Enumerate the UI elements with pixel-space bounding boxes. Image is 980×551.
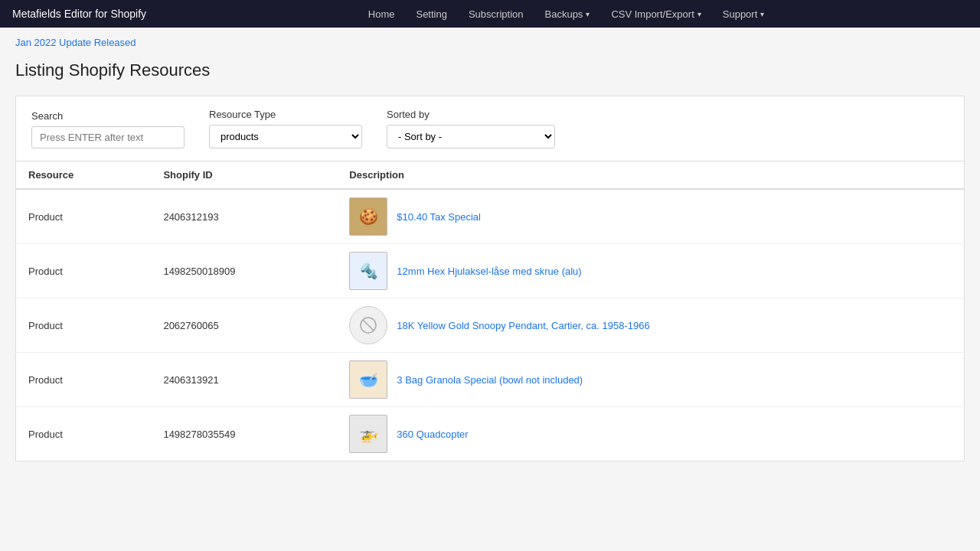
table-header-row: Resource Shopify ID Description bbox=[16, 161, 965, 190]
product-thumbnail: 🍪 bbox=[349, 197, 387, 236]
sorted-by-label: Sorted by bbox=[387, 109, 555, 120]
nav-support[interactable]: Support ▾ bbox=[714, 4, 774, 24]
cell-resource: Product bbox=[16, 244, 152, 298]
col-description: Description bbox=[337, 161, 964, 190]
navbar: Metafields Editor for Shopify Home Setti… bbox=[0, 0, 980, 28]
app-brand: Metafields Editor for Shopify bbox=[12, 8, 146, 20]
cell-description: 🔩12mm Hex Hjulaksel-låse med skrue (alu) bbox=[337, 244, 964, 298]
product-thumbnail: 🔩 bbox=[349, 252, 387, 290]
filter-row: Search Resource Type products collection… bbox=[15, 96, 965, 161]
product-name-link[interactable]: 360 Quadcopter bbox=[397, 429, 468, 440]
search-label: Search bbox=[31, 110, 185, 122]
cell-resource: Product bbox=[16, 298, 152, 353]
cell-description: 🚁360 Quadcopter bbox=[337, 407, 964, 461]
sorted-by-group: Sorted by - Sort by - Title A-Z Title Z-… bbox=[387, 109, 555, 148]
search-group: Search bbox=[31, 110, 185, 148]
cell-resource: Product bbox=[16, 189, 152, 244]
cell-description: 🥣3 Bag Granola Special (bowl not include… bbox=[337, 353, 964, 407]
resource-type-label: Resource Type bbox=[209, 109, 362, 120]
product-name-link[interactable]: 12mm Hex Hjulaksel-låse med skrue (alu) bbox=[397, 266, 581, 277]
table-row: Product206276006518K Yellow Gold Snoopy … bbox=[16, 298, 965, 353]
nav-home[interactable]: Home bbox=[359, 4, 404, 24]
product-name-link[interactable]: $10.40 Tax Special bbox=[397, 211, 481, 223]
product-thumbnail: 🥣 bbox=[349, 360, 387, 399]
update-banner-link[interactable]: Jan 2022 Update Released bbox=[15, 37, 965, 48]
support-chevron-icon: ▾ bbox=[760, 10, 764, 18]
table-row: Product2406313921🥣3 Bag Granola Special … bbox=[16, 353, 965, 407]
table-row: Product1498250018909🔩12mm Hex Hjulaksel-… bbox=[16, 244, 965, 298]
resource-type-group: Resource Type products collections custo… bbox=[209, 109, 362, 148]
cell-shopify-id: 1498278035549 bbox=[151, 407, 337, 461]
table-row: Product1498278035549🚁360 Quadcopter bbox=[16, 407, 965, 461]
nav-csv[interactable]: CSV Import/Export ▾ bbox=[602, 4, 710, 24]
nav-links: Home Setting Subscription Backups ▾ CSV … bbox=[165, 4, 968, 24]
nav-subscription[interactable]: Subscription bbox=[459, 4, 533, 24]
cell-shopify-id: 1498250018909 bbox=[151, 244, 337, 298]
product-thumbnail: 🚁 bbox=[349, 415, 387, 453]
csv-chevron-icon: ▾ bbox=[697, 10, 701, 18]
cell-shopify-id: 2406312193 bbox=[151, 189, 337, 244]
resource-table: Resource Shopify ID Description Product2… bbox=[15, 161, 965, 461]
cell-description: 🍪$10.40 Tax Special bbox=[337, 189, 964, 244]
nav-backups[interactable]: Backups ▾ bbox=[536, 4, 599, 24]
main-container: Jan 2022 Update Released Listing Shopify… bbox=[0, 28, 980, 477]
backups-chevron-icon: ▾ bbox=[586, 10, 590, 18]
nav-setting[interactable]: Setting bbox=[407, 4, 456, 24]
page-title: Listing Shopify Resources bbox=[15, 60, 965, 80]
product-name-link[interactable]: 18K Yellow Gold Snoopy Pendant, Cartier,… bbox=[397, 320, 649, 331]
cell-resource: Product bbox=[16, 407, 152, 461]
cell-description: 18K Yellow Gold Snoopy Pendant, Cartier,… bbox=[337, 298, 964, 353]
search-input[interactable] bbox=[31, 126, 185, 148]
col-resource: Resource bbox=[16, 161, 152, 190]
product-thumbnail bbox=[349, 306, 387, 344]
cell-resource: Product bbox=[16, 353, 152, 407]
resource-type-select[interactable]: products collections customers orders va… bbox=[209, 125, 362, 148]
svg-line-1 bbox=[363, 320, 374, 331]
product-name-link[interactable]: 3 Bag Granola Special (bowl not included… bbox=[397, 374, 583, 386]
col-shopify-id: Shopify ID bbox=[151, 161, 337, 190]
sort-select[interactable]: - Sort by - Title A-Z Title Z-A ID Ascen… bbox=[387, 125, 555, 148]
cell-shopify-id: 2062760065 bbox=[151, 298, 337, 353]
cell-shopify-id: 2406313921 bbox=[151, 353, 337, 407]
table-row: Product2406312193🍪$10.40 Tax Special bbox=[16, 189, 965, 244]
